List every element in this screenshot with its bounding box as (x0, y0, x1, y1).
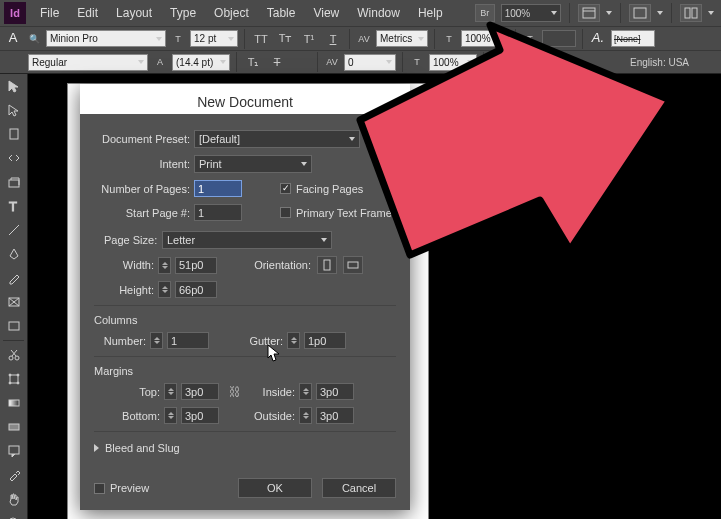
height-stepper[interactable] (158, 281, 171, 298)
svg-rect-3 (685, 8, 690, 18)
menu-view[interactable]: View (305, 3, 347, 23)
intent-combo[interactable]: Print (194, 155, 312, 173)
underline-button[interactable]: T (323, 30, 343, 47)
colnum-stepper[interactable] (150, 332, 163, 349)
gradient-feather-tool[interactable] (0, 415, 28, 439)
menu-layout[interactable]: Layout (108, 3, 160, 23)
menu-file[interactable]: File (32, 3, 67, 23)
width-input[interactable]: 51p0 (175, 257, 217, 274)
numpages-label: Number of Pages: (94, 183, 190, 195)
menu-window[interactable]: Window (349, 3, 408, 23)
margin-outside-label: Outside: (251, 410, 295, 422)
menu-table[interactable]: Table (259, 3, 304, 23)
hscale-icon: T (409, 54, 425, 71)
margin-outside-input[interactable]: 3p0 (316, 407, 354, 424)
selection-tool[interactable] (0, 74, 28, 98)
hscale-combo[interactable]: 100% (429, 54, 477, 71)
language-combo[interactable]: English: USA (630, 57, 693, 68)
baseline-input[interactable] (542, 30, 576, 47)
eyedropper-tool[interactable] (0, 463, 28, 487)
bleed-slug-toggle[interactable]: Bleed and Slug (94, 442, 396, 454)
preset-combo[interactable]: [Default] (194, 130, 360, 148)
margin-outside-stepper[interactable] (299, 407, 312, 424)
leading-combo[interactable]: (14.4 pt) (172, 54, 230, 71)
height-input[interactable]: 66p0 (175, 281, 217, 298)
superscript-button[interactable]: T¹ (299, 30, 319, 47)
line-tool[interactable] (0, 218, 28, 242)
zoom-combo[interactable]: 100% (501, 4, 561, 22)
leading-icon: A (152, 54, 168, 71)
pagesize-combo[interactable]: Letter (162, 231, 332, 249)
save-preset-icon[interactable]: 💾 (364, 132, 378, 146)
margins-header: Margins (94, 365, 396, 377)
margin-top-input[interactable]: 3p0 (181, 383, 219, 400)
font-search-icon[interactable]: 🔍 (26, 30, 42, 47)
direct-select-tool[interactable] (0, 98, 28, 122)
gutter-stepper[interactable] (287, 332, 300, 349)
screen-mode-icon[interactable] (629, 4, 651, 22)
gutter-input[interactable]: 1p0 (304, 332, 346, 349)
vscale-combo[interactable]: 100% (461, 30, 509, 47)
pen-tool[interactable] (0, 242, 28, 266)
primary-text-checkbox[interactable]: Primary Text Frame (280, 207, 392, 219)
primary-text-label: Primary Text Frame (296, 207, 392, 219)
rectangle-frame-tool[interactable] (0, 290, 28, 314)
svg-point-13 (9, 356, 13, 360)
delete-preset-icon[interactable]: 🗑 (382, 132, 396, 146)
new-document-dialog: New Document Document Preset: [Default] … (80, 84, 410, 510)
ok-button[interactable]: OK (238, 478, 312, 498)
bridge-button[interactable]: Br (475, 4, 495, 22)
orientation-landscape-icon[interactable] (343, 256, 363, 274)
colnum-input[interactable]: 1 (167, 332, 209, 349)
facing-pages-label: Facing Pages (296, 183, 363, 195)
numpages-input[interactable]: 1 (194, 180, 242, 197)
content-collector-tool[interactable] (0, 170, 28, 194)
menu-type[interactable]: Type (162, 3, 204, 23)
gap-tool[interactable] (0, 146, 28, 170)
margin-inside-stepper[interactable] (299, 383, 312, 400)
margin-top-label: Top: (94, 386, 160, 398)
strike-button[interactable]: T (267, 54, 287, 71)
font-size-combo[interactable]: 12 pt (190, 30, 238, 47)
link-margins-icon[interactable]: ⛓ (223, 385, 247, 399)
allcaps-button[interactable]: TT (251, 30, 271, 47)
tools-panel: T (0, 74, 28, 519)
zoom-tool[interactable] (0, 511, 28, 519)
pencil-tool[interactable] (0, 266, 28, 290)
margin-inside-input[interactable]: 3p0 (316, 383, 354, 400)
orientation-portrait-icon[interactable] (317, 256, 337, 274)
scissors-tool[interactable] (0, 343, 28, 367)
menu-help[interactable]: Help (410, 3, 451, 23)
tracking-combo[interactable]: 0 (344, 54, 396, 71)
font-family-combo[interactable]: Minion Pro (46, 30, 166, 47)
smallcaps-button[interactable]: Tᴛ (275, 30, 295, 47)
font-style-combo[interactable]: Regular (28, 54, 148, 71)
margin-top-stepper[interactable] (164, 383, 177, 400)
charstyle-combo[interactable]: [None] (611, 30, 655, 47)
width-stepper[interactable] (158, 257, 171, 274)
margin-bottom-input[interactable]: 3p0 (181, 407, 219, 424)
bleed-slug-label: Bleed and Slug (105, 442, 180, 454)
hand-tool[interactable] (0, 487, 28, 511)
facing-pages-checkbox[interactable]: ✓Facing Pages (280, 183, 363, 195)
width-label: Width: (94, 259, 154, 271)
kerning-combo[interactable]: Metrics (376, 30, 428, 47)
skew-input[interactable] (510, 54, 544, 71)
startpage-input[interactable]: 1 (194, 204, 242, 221)
gradient-swatch-tool[interactable] (0, 391, 28, 415)
arrange-docs-icon[interactable] (680, 4, 702, 22)
page-tool[interactable] (0, 122, 28, 146)
view-options-icon[interactable] (578, 4, 600, 22)
free-transform-tool[interactable] (0, 367, 28, 391)
note-tool[interactable] (0, 439, 28, 463)
menu-edit[interactable]: Edit (69, 3, 106, 23)
baseline-icon: T (522, 30, 538, 47)
margin-bottom-stepper[interactable] (164, 407, 177, 424)
preview-checkbox[interactable]: Preview (94, 482, 149, 494)
rectangle-tool[interactable] (0, 314, 28, 338)
menu-object[interactable]: Object (206, 3, 257, 23)
type-tool[interactable]: T (0, 194, 28, 218)
subscript-button[interactable]: T₁ (243, 54, 263, 71)
cancel-button[interactable]: Cancel (322, 478, 396, 498)
char-format-icon[interactable]: A (4, 30, 22, 48)
